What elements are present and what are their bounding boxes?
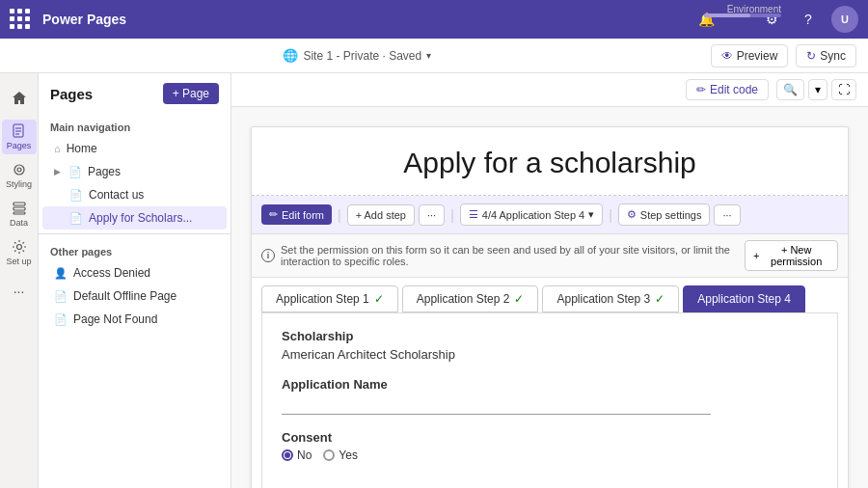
contact-icon: 📄: [69, 189, 83, 202]
nav-item-home[interactable]: ⌂ Home: [42, 137, 227, 160]
step-settings-button[interactable]: ⚙ Step settings: [618, 203, 711, 226]
zoom-controls: 🔍 ▾ ⛶: [776, 79, 856, 100]
nav-item-apply[interactable]: 📄 Apply for Scholars... ···: [42, 206, 227, 230]
consent-no-radio[interactable]: [282, 449, 293, 461]
svg-point-4: [14, 165, 24, 175]
zoom-dropdown-button[interactable]: ▾: [808, 79, 827, 100]
consent-yes-option[interactable]: Yes: [323, 448, 358, 462]
access-icon: 👤: [54, 267, 68, 280]
scholarship-field: Scholarship American Architect Scholarsh…: [282, 329, 818, 362]
form-toolbar: ✏ Edit form | + Add step ··· | ☰ 4/4 App…: [252, 196, 848, 234]
add-step-button[interactable]: + Add step: [347, 204, 415, 226]
step-settings-icon: ⚙: [627, 208, 637, 221]
app-title: Power Pages: [42, 12, 126, 27]
consent-yes-radio[interactable]: [323, 449, 335, 461]
edit-code-label: Edit code: [710, 83, 758, 96]
toolbar-more-icon-1: ···: [427, 209, 436, 221]
application-name-label: Application Name: [282, 377, 818, 392]
step-tab-3[interactable]: Application Step 3 ✓: [542, 285, 679, 312]
info-icon: i: [261, 249, 275, 262]
pages-nav-label: Pages: [7, 141, 32, 150]
sidebar-item-setup[interactable]: Set up: [2, 235, 37, 270]
step-selector[interactable]: ☰ 4/4 Application Step 4 ▾: [460, 203, 603, 226]
toolbar-more-button-2[interactable]: ···: [714, 204, 740, 226]
scholarship-label: Scholarship: [282, 329, 818, 343]
page-title-bar: ✏ Edit code 🔍 ▾ ⛶: [231, 73, 868, 107]
apply-label: Apply for Scholars...: [89, 211, 192, 225]
notfound-label: Page Not Found: [73, 312, 157, 326]
user-avatar[interactable]: U: [831, 6, 858, 33]
chevron-right-icon: ▶: [54, 167, 61, 176]
svg-point-5: [17, 168, 21, 172]
expand-button[interactable]: ⛶: [831, 79, 856, 100]
zoom-out-button[interactable]: 🔍: [776, 79, 804, 100]
svg-rect-8: [14, 212, 25, 214]
nav-item-offline[interactable]: 📄 Default Offline Page: [42, 285, 227, 308]
edit-code-icon: ✏: [696, 83, 706, 96]
svg-point-9: [16, 245, 21, 250]
setup-nav-label: Set up: [6, 257, 31, 266]
new-permission-label: + New permission: [763, 244, 829, 267]
step-1-label: Application Step 1: [276, 292, 369, 306]
notifications-icon[interactable]: 🔔: [692, 6, 719, 33]
data-nav-label: Data: [10, 218, 28, 228]
nav-item-pages[interactable]: ▶ 📄 Pages: [42, 160, 227, 183]
pages-label: Pages: [88, 165, 121, 178]
nav-item-notfound[interactable]: 📄 Page Not Found: [42, 308, 227, 331]
top-bar: Power Pages Environment 🔔 ⚙ ? U: [0, 0, 868, 39]
new-permission-button[interactable]: + + New permission: [745, 240, 838, 271]
step-3-label: Application Step 3: [556, 292, 650, 306]
application-name-input[interactable]: [282, 395, 711, 415]
sidebar-item-home[interactable]: [2, 81, 37, 116]
form-content: Scholarship American Architect Scholarsh…: [261, 312, 838, 488]
page-main-title: Apply for a scholarship: [252, 127, 848, 196]
svg-rect-6: [14, 203, 25, 205]
add-page-button[interactable]: + Page: [163, 83, 219, 104]
sync-label: Sync: [820, 49, 846, 63]
pages-header: Pages + Page: [39, 73, 231, 114]
step-2-label: Application Step 2: [417, 292, 510, 306]
sidebar-item-data[interactable]: Data: [2, 197, 37, 231]
step-tab-1[interactable]: Application Step 1 ✓: [261, 285, 398, 312]
page-frame: Apply for a scholarship ✏ Edit form | + …: [251, 126, 849, 488]
toolbar-sep-3: |: [609, 207, 612, 223]
access-label: Access Denied: [73, 266, 150, 280]
home-label: Home: [67, 142, 97, 155]
notfound-icon: 📄: [54, 313, 68, 326]
site-info-text: Site 1 - Private · Saved: [303, 49, 421, 63]
edit-code-button[interactable]: ✏ Edit code: [686, 79, 769, 100]
sidebar-item-more[interactable]: ···: [2, 274, 37, 309]
scholarship-value: American Architect Scholarship: [282, 347, 818, 362]
step-3-check: ✓: [655, 292, 665, 306]
site-info: 🌐 Site 1 - Private · Saved ▾: [12, 48, 703, 63]
sync-button[interactable]: ↻ Sync: [796, 44, 856, 68]
new-permission-plus: +: [753, 250, 759, 261]
offline-label: Default Offline Page: [73, 289, 176, 303]
canvas: Apply for a scholarship ✏ Edit form | + …: [231, 107, 868, 488]
notice-left: i Set the permission on this form so it …: [261, 244, 745, 267]
step-tab-4[interactable]: Application Step 4: [683, 285, 805, 312]
sidebar-item-pages[interactable]: Pages: [2, 120, 37, 154]
edit-form-button[interactable]: ✏ Edit form: [261, 204, 332, 225]
toolbar-sep-2: |: [450, 207, 454, 223]
apps-grid-icon[interactable]: [10, 9, 31, 30]
preview-button[interactable]: 👁 Preview: [711, 44, 789, 68]
sidebar-item-styling[interactable]: Styling: [2, 158, 37, 193]
step-tab-2[interactable]: Application Step 2 ✓: [402, 285, 539, 312]
offline-icon: 📄: [54, 290, 68, 303]
edit-form-icon: ✏: [269, 208, 278, 221]
step-4-label: Application Step 4: [697, 292, 791, 306]
apply-icon: 📄: [69, 212, 83, 225]
preview-icon: 👁: [721, 49, 733, 63]
permission-notice-text: Set the permission on this form so it ca…: [281, 244, 745, 267]
toolbar-more-button-1[interactable]: ···: [419, 204, 445, 226]
toolbar-more-icon-2: ···: [722, 209, 731, 221]
pages-icon: 📄: [68, 166, 82, 178]
nav-item-contact[interactable]: 📄 Contact us: [42, 183, 227, 206]
application-name-field: Application Name: [282, 377, 818, 415]
consent-no-option[interactable]: No: [282, 448, 312, 462]
help-icon[interactable]: ?: [795, 6, 822, 33]
nav-item-access[interactable]: 👤 Access Denied: [42, 261, 227, 285]
step-settings-label: Step settings: [640, 209, 702, 221]
chevron-down-icon[interactable]: ▾: [426, 50, 431, 61]
